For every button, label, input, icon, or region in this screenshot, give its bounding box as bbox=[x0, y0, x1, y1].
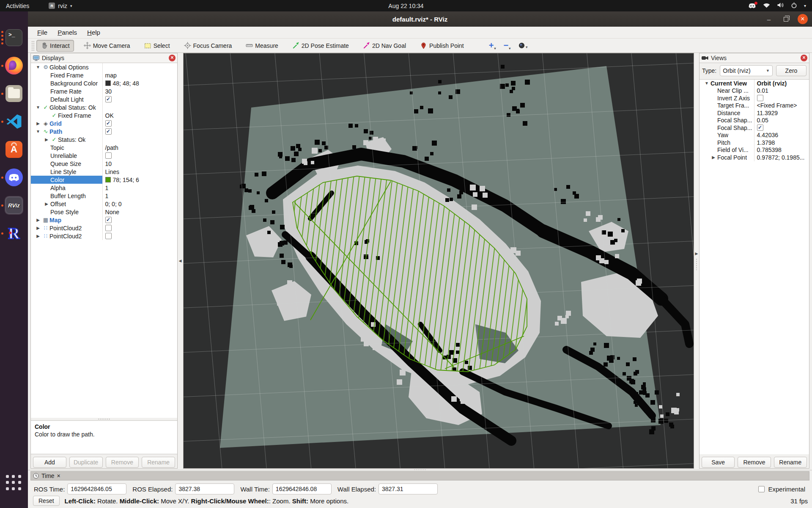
tool-2d-pose-estimate[interactable]: 2D Pose Estimate bbox=[288, 40, 353, 52]
view-row-current-view[interactable]: ▼Current ViewOrbit (rviz) bbox=[700, 80, 809, 87]
dock-item-ros[interactable]: R bbox=[0, 221, 28, 245]
close-panel-icon[interactable]: × bbox=[57, 472, 60, 479]
expand-expander-icon[interactable]: ▶ bbox=[43, 202, 50, 206]
3d-viewport[interactable] bbox=[183, 53, 694, 469]
wall-elapsed-input[interactable]: 3827.31 bbox=[379, 483, 438, 494]
property-value[interactable]: 0.785398 bbox=[757, 146, 782, 153]
collapse-left-icon[interactable]: ◀ bbox=[179, 259, 182, 263]
view-row-yaw[interactable]: Yaw4.42036 bbox=[700, 132, 809, 139]
camera-type-icon[interactable]: ▾ bbox=[518, 42, 527, 49]
view-row-pitch[interactable]: Pitch1.3798 bbox=[700, 139, 809, 146]
expand-expander-icon[interactable]: ▶ bbox=[43, 137, 50, 142]
property-value[interactable]: None bbox=[105, 209, 119, 215]
display-row-alpha[interactable]: Alpha1 bbox=[31, 184, 177, 192]
dock-item-terminal[interactable]: >_ bbox=[0, 26, 28, 50]
view-row-field-of-vi[interactable]: Field of Vi...0.785398 bbox=[700, 146, 809, 154]
property-value[interactable]: 1 bbox=[105, 185, 109, 191]
property-value[interactable]: 0.01 bbox=[757, 87, 768, 94]
display-row-fixed-frame[interactable]: ✓Fixed FrameOK bbox=[31, 111, 177, 119]
property-value[interactable]: 78; 154; 6 bbox=[113, 177, 139, 183]
display-row-pose-style[interactable]: Pose StyleNone bbox=[31, 208, 177, 216]
chevron-down-icon[interactable]: ▾ bbox=[804, 3, 806, 8]
checkbox-checked[interactable]: ✓ bbox=[757, 124, 763, 131]
property-value[interactable]: 11.3929 bbox=[757, 110, 778, 116]
tool-move-camera[interactable]: Move Camera bbox=[80, 40, 134, 52]
checkbox-unchecked[interactable] bbox=[105, 233, 112, 239]
close-panel-icon[interactable]: × bbox=[801, 55, 807, 61]
property-value[interactable]: map bbox=[105, 72, 117, 79]
collapse-expander-icon[interactable]: ▼ bbox=[703, 81, 710, 86]
experimental-checkbox[interactable] bbox=[758, 486, 765, 492]
display-row-offset[interactable]: ▶Offset0; 0; 0 bbox=[31, 200, 177, 208]
view-row-distance[interactable]: Distance11.3929 bbox=[700, 109, 809, 117]
view-row-invert-z-axis[interactable]: Invert Z Axis bbox=[700, 94, 809, 102]
dock-item-rviz[interactable]: RViz bbox=[0, 193, 28, 217]
display-row-global-options[interactable]: ▼⚙Global Options bbox=[31, 63, 177, 71]
display-row-fixed-frame[interactable]: Fixed Framemap bbox=[31, 71, 177, 79]
display-row-background-color[interactable]: Background Color48; 48; 48 bbox=[31, 79, 177, 87]
checkbox-checked[interactable]: ✓ bbox=[105, 96, 112, 102]
property-value[interactable]: /path bbox=[105, 144, 118, 151]
expand-expander-icon[interactable]: ▶ bbox=[34, 234, 42, 238]
property-value[interactable]: 1.3798 bbox=[757, 139, 775, 146]
expand-expander-icon[interactable]: ▶ bbox=[34, 121, 42, 126]
left-splitter-handle[interactable]: ◀ bbox=[178, 53, 183, 469]
display-row-pointcloud2[interactable]: ▶∷PointCloud2 bbox=[31, 224, 177, 232]
power-icon[interactable] bbox=[791, 2, 797, 10]
view-type-select[interactable]: Orbit (rviz) ▼ bbox=[720, 65, 773, 76]
dock-item-firefox[interactable] bbox=[0, 54, 28, 77]
displays-panel-header[interactable]: Displays × bbox=[31, 53, 177, 63]
remove-tool-icon[interactable]: −▾ bbox=[503, 41, 510, 50]
menu-file[interactable]: File bbox=[33, 28, 52, 37]
right-splitter-handle[interactable]: ▶ bbox=[694, 53, 699, 469]
minimize-button[interactable]: – bbox=[764, 14, 774, 24]
display-row-line-style[interactable]: Line StyleLines bbox=[31, 168, 177, 176]
toolbar-drag-handle[interactable] bbox=[31, 41, 35, 51]
display-row-buffer-length[interactable]: Buffer Length1 bbox=[31, 192, 177, 200]
expand-expander-icon[interactable]: ▶ bbox=[34, 218, 42, 222]
add-button[interactable]: Add bbox=[33, 457, 66, 468]
app-menu[interactable]: R rviz ▾ bbox=[43, 0, 78, 11]
collapse-expander-icon[interactable]: ▼ bbox=[34, 65, 42, 69]
tool-focus-camera[interactable]: Focus Camera bbox=[180, 40, 236, 52]
display-row-frame-rate[interactable]: Frame Rate30 bbox=[31, 87, 177, 95]
checkbox-checked[interactable]: ✓ bbox=[105, 128, 112, 135]
property-value[interactable]: Orbit (rviz) bbox=[757, 80, 787, 87]
dock-item-files[interactable] bbox=[0, 82, 28, 105]
wifi-icon[interactable] bbox=[763, 3, 770, 9]
wall-time-input[interactable]: 1629642846.08 bbox=[272, 483, 332, 494]
property-value[interactable]: 1 bbox=[105, 193, 109, 199]
system-tray[interactable]: ▾ bbox=[748, 0, 809, 11]
property-value[interactable]: 10 bbox=[105, 160, 112, 167]
display-row-default-light[interactable]: Default Light✓ bbox=[31, 95, 177, 103]
view-row-focal-shap[interactable]: Focal Shap...✓ bbox=[700, 124, 809, 132]
dock-item-discord[interactable] bbox=[0, 166, 28, 189]
display-row-pointcloud2[interactable]: ▶∷PointCloud2 bbox=[31, 232, 177, 240]
close-panel-icon[interactable]: × bbox=[169, 55, 176, 61]
zero-button[interactable]: Zero bbox=[776, 65, 807, 76]
collapse-right-icon[interactable]: ▶ bbox=[695, 251, 698, 256]
display-row-queue-size[interactable]: Queue Size10 bbox=[31, 160, 177, 168]
tool-interact[interactable]: Interact bbox=[36, 40, 74, 52]
display-row-topic[interactable]: Topic/path bbox=[31, 144, 177, 152]
add-tool-icon[interactable]: +▾ bbox=[489, 41, 496, 50]
rename-button[interactable]: Rename bbox=[774, 457, 807, 468]
property-value[interactable]: 4.42036 bbox=[757, 132, 779, 138]
checkbox-checked[interactable]: ✓ bbox=[105, 217, 112, 223]
property-value[interactable]: <Fixed Frame> bbox=[757, 102, 797, 109]
dock-item-ubuntu-software[interactable]: A bbox=[0, 138, 28, 161]
ros-elapsed-input[interactable]: 3827.38 bbox=[175, 483, 234, 494]
tool-measure[interactable]: Measure bbox=[241, 40, 282, 52]
collapse-expander-icon[interactable]: ▼ bbox=[34, 105, 42, 110]
display-row-global-status-ok[interactable]: ▼✓Global Status: Ok bbox=[31, 103, 177, 111]
volume-icon[interactable] bbox=[777, 2, 784, 9]
reset-button[interactable]: Reset bbox=[33, 496, 60, 506]
property-value[interactable]: Lines bbox=[105, 168, 119, 175]
property-value[interactable]: 0.05 bbox=[757, 117, 768, 124]
expand-expander-icon[interactable]: ▶ bbox=[34, 226, 42, 230]
view-row-focal-point[interactable]: ▶Focal Point0.97872; 0.1985... bbox=[700, 154, 809, 161]
clock[interactable]: Aug 22 10:34 bbox=[0, 3, 812, 9]
tool-select[interactable]: Select bbox=[140, 40, 174, 52]
property-value[interactable]: 0; 0; 0 bbox=[105, 201, 122, 207]
display-row-color[interactable]: Color78; 154; 6 bbox=[31, 176, 177, 184]
